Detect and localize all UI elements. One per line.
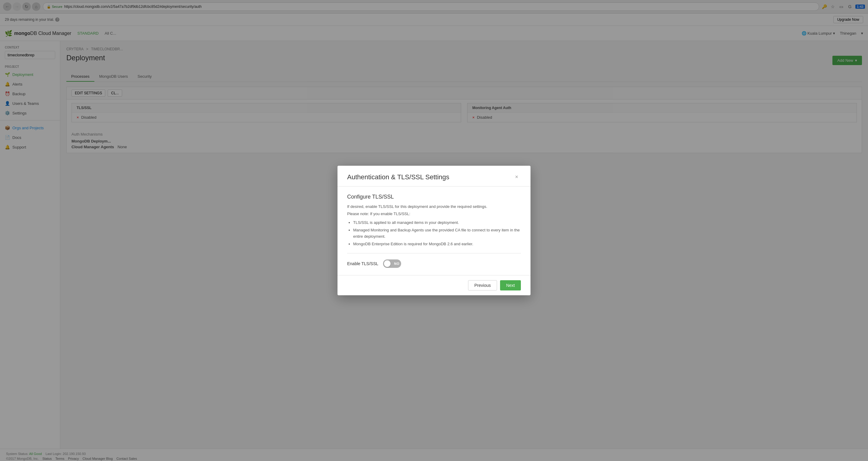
toggle-state: NO <box>394 262 400 265</box>
modal-body: Configure TLS/SSL If desired, enable TLS… <box>338 187 530 275</box>
modal-desc2: Please note: If you enable TLS/SSL: <box>347 211 521 217</box>
toggle-row: Enable TLS/SSL NO <box>347 259 521 268</box>
modal-dialog: Authentication & TLS/SSL Settings × Conf… <box>338 166 530 296</box>
toggle-knob <box>384 260 391 267</box>
modal-close-button[interactable]: × <box>513 173 521 182</box>
modal-overlay: Authentication & TLS/SSL Settings × Conf… <box>0 0 868 461</box>
modal-section-title: Configure TLS/SSL <box>347 194 521 200</box>
modal-bullet-1: TLS/SSL is applied to all managed items … <box>353 220 521 226</box>
modal-bullet-2: Managed Monitoring and Backup Agents use… <box>353 227 521 240</box>
tls-toggle[interactable]: NO <box>383 259 401 268</box>
modal-title: Authentication & TLS/SSL Settings <box>347 173 450 181</box>
toggle-label: Enable TLS/SSL <box>347 261 378 266</box>
modal-desc1: If desired, enable TLS/SSL for this depl… <box>347 204 521 210</box>
next-button[interactable]: Next <box>500 280 521 291</box>
modal-divider <box>347 253 521 254</box>
modal-header: Authentication & TLS/SSL Settings × <box>338 166 530 187</box>
modal-bullet-3: MongoDB Enterprise Edition is required f… <box>353 241 521 248</box>
modal-footer: Previous Next <box>338 275 530 295</box>
modal-bullet-list: TLS/SSL is applied to all managed items … <box>347 220 521 247</box>
previous-button[interactable]: Previous <box>468 280 497 291</box>
